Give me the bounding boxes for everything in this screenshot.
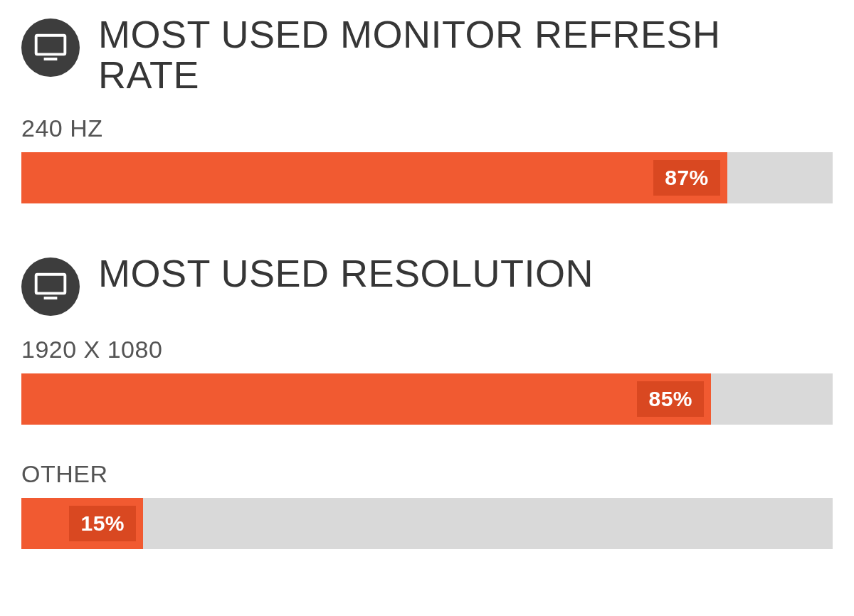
section-header: MOST USED MONITOR REFRESH RATE [21, 14, 833, 95]
svg-rect-3 [44, 297, 58, 299]
section-title: MOST USED MONITOR REFRESH RATE [98, 14, 833, 95]
bar-block-240hz: 240 HZ 87% [21, 115, 833, 203]
bar-value: 15% [69, 506, 136, 541]
bar-fill: 15% [21, 498, 143, 549]
bar-value: 87% [653, 160, 720, 196]
bar-track: 15% [21, 498, 833, 549]
bar-label: 1920 X 1080 [21, 336, 833, 363]
svg-rect-1 [44, 58, 58, 60]
bar-track: 85% [21, 373, 833, 425]
section-header: MOST USED RESOLUTION [21, 253, 833, 316]
bar-fill: 87% [21, 152, 727, 203]
section-refresh-rate: MOST USED MONITOR REFRESH RATE 240 HZ 87… [21, 14, 833, 203]
bar-fill: 85% [21, 373, 711, 425]
bar-block-other: OTHER 15% [21, 460, 833, 549]
bar-block-1920x1080: 1920 X 1080 85% [21, 336, 833, 425]
bar-label: OTHER [21, 460, 833, 488]
section-title: MOST USED RESOLUTION [98, 253, 594, 294]
bar-value: 85% [637, 381, 704, 417]
monitor-icon [21, 18, 80, 77]
bar-track: 87% [21, 152, 833, 203]
svg-rect-0 [36, 36, 65, 55]
section-resolution: MOST USED RESOLUTION 1920 X 1080 85% OTH… [21, 253, 833, 549]
monitor-icon [21, 257, 80, 316]
bar-label: 240 HZ [21, 115, 833, 142]
svg-rect-2 [36, 275, 65, 294]
